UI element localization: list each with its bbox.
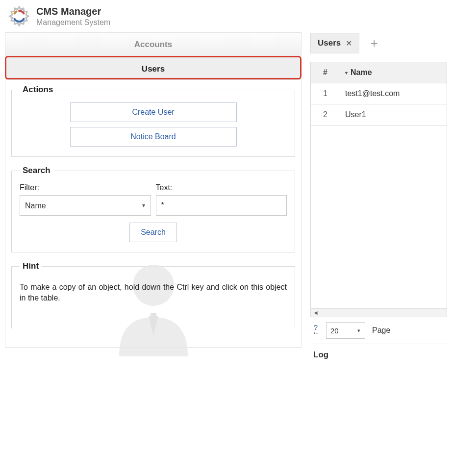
sort-desc-icon: ▾ xyxy=(345,70,348,75)
cell-index: 1 xyxy=(311,83,340,104)
tab-users[interactable]: Users ✕ xyxy=(310,33,359,53)
app-subtitle: Management System xyxy=(36,18,110,27)
table-row[interactable]: 1 test1@test.com xyxy=(311,83,447,104)
gear-logo-icon xyxy=(8,5,30,27)
filter-select[interactable]: Name xyxy=(20,195,151,216)
tabstrip: Users ✕ + xyxy=(310,32,447,54)
pager: ? ↔ 20 ▾ Page xyxy=(310,317,447,344)
fit-columns-icon[interactable]: ? ↔ xyxy=(312,325,319,336)
text-label: Text: xyxy=(156,183,287,192)
col-header-name[interactable]: ▾ Name xyxy=(340,62,447,83)
cell-index: 2 xyxy=(311,104,340,125)
app-title: CMS Manager xyxy=(36,6,110,17)
search-group: Search Filter: Name ▾ Text: xyxy=(11,166,295,252)
nav-tab-accounts[interactable]: Accounts xyxy=(5,32,301,56)
col-header-index[interactable]: # xyxy=(311,62,340,83)
search-text-input[interactable] xyxy=(156,195,287,216)
users-grid: # ▾ Name 1 test1@test.com 2 User1 xyxy=(310,62,447,309)
page-label: Page xyxy=(372,326,390,335)
nav-tab-users[interactable]: Users xyxy=(5,56,301,79)
svg-rect-1 xyxy=(151,313,156,318)
avatar-placeholder-icon xyxy=(100,258,207,358)
notice-board-button[interactable]: Notice Board xyxy=(70,127,237,147)
app-header: CMS Manager Management System xyxy=(5,5,447,27)
col-header-name-label: Name xyxy=(351,68,372,77)
tab-users-label: Users xyxy=(318,38,341,48)
filter-label: Filter: xyxy=(20,183,151,192)
actions-legend: Actions xyxy=(20,85,56,95)
table-row[interactable]: 2 User1 xyxy=(311,104,447,125)
add-tab-button[interactable]: + xyxy=(362,32,386,54)
page-size-select[interactable]: 20 xyxy=(326,322,365,339)
hint-text: To make a copy of an object, hold down t… xyxy=(20,282,287,304)
actions-group: Actions Create User Notice Board xyxy=(11,85,295,157)
plus-icon: + xyxy=(371,36,378,51)
side-panel: Actions Create User Notice Board Search … xyxy=(5,79,301,348)
search-button[interactable]: Search xyxy=(129,223,177,242)
log-header: Log xyxy=(310,344,447,366)
hint-group: Hint To make a copy of an object, hold d… xyxy=(11,261,295,328)
close-icon[interactable]: ✕ xyxy=(346,39,352,48)
cell-name: User1 xyxy=(340,104,447,125)
create-user-button[interactable]: Create User xyxy=(70,102,237,122)
cell-name: test1@test.com xyxy=(340,83,447,104)
horizontal-scrollbar[interactable]: ◄ xyxy=(310,308,447,317)
hint-legend: Hint xyxy=(20,261,42,271)
scroll-left-icon: ◄ xyxy=(313,309,319,316)
search-legend: Search xyxy=(20,166,53,175)
